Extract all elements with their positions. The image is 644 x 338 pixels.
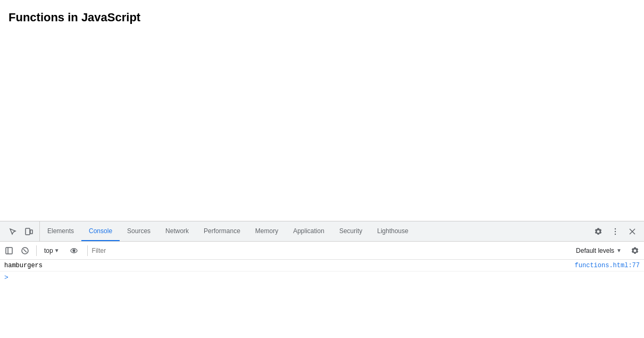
console-log-row: hamburgers functions.html:77 [0,260,644,271]
svg-rect-0 [26,228,30,235]
svg-point-2 [615,228,616,229]
devtools-toolbar: Elements Console Sources Network Perform… [0,221,644,242]
toolbar-divider [36,245,37,256]
tab-performance[interactable]: Performance [196,221,248,241]
tab-elements[interactable]: Elements [40,221,81,241]
svg-point-4 [615,233,616,234]
console-levels-button[interactable]: Default levels ▼ [572,246,626,255]
console-sidebar-toggle-icon[interactable] [2,244,16,258]
console-output: hamburgers functions.html:77 > [0,260,644,338]
svg-point-3 [615,230,616,232]
tab-application[interactable]: Application [286,221,332,241]
tab-network[interactable]: Network [158,221,196,241]
console-filter-container [87,245,567,256]
levels-arrow: ▼ [616,248,622,253]
close-devtools-icon[interactable] [625,224,640,239]
filter-divider [87,245,88,256]
settings-icon[interactable] [591,224,606,239]
console-prompt-arrow: > [4,274,9,282]
tab-memory[interactable]: Memory [248,221,286,241]
console-settings-icon[interactable] [628,244,642,258]
page-content: Functions in JavaScript [0,0,644,221]
console-filter-input[interactable] [90,246,567,255]
context-select-arrow: ▼ [54,248,60,253]
tab-security[interactable]: Security [332,221,370,241]
svg-rect-7 [6,248,12,254]
devtools-left-icons [2,221,40,241]
devtools-tabs: Elements Console Sources Network Perform… [40,221,589,241]
page-title: Functions in JavaScript [9,11,635,24]
clear-console-icon[interactable] [18,244,32,258]
tab-lighthouse[interactable]: Lighthouse [370,221,416,241]
console-log-source[interactable]: functions.html:77 [575,262,640,269]
devtools-toolbar-right [589,224,642,239]
svg-line-10 [23,249,27,252]
console-prompt-row[interactable]: > [0,271,644,283]
devtools-panel: Elements Console Sources Network Perform… [0,221,644,338]
device-toolbar-icon[interactable] [21,224,36,239]
svg-point-12 [73,250,75,252]
svg-rect-1 [30,230,32,234]
console-log-value: hamburgers [4,262,43,269]
console-toolbar: top ▼ Default levels ▼ [0,242,644,260]
tab-sources[interactable]: Sources [120,221,158,241]
tab-console[interactable]: Console [81,221,120,241]
inspect-element-icon[interactable] [5,224,20,239]
console-eye-icon[interactable] [67,244,81,258]
console-context-select[interactable]: top ▼ [41,246,63,255]
more-options-icon[interactable] [608,224,623,239]
